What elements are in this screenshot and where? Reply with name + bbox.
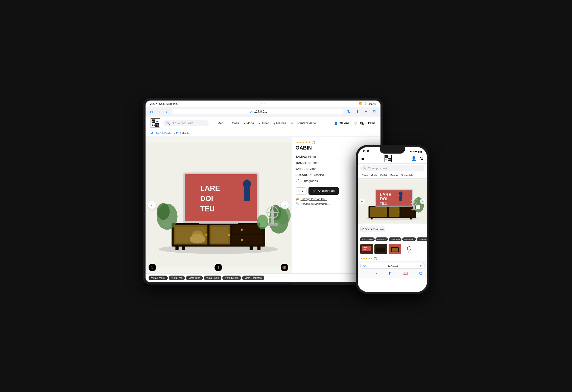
nav-outlet-label: Outlet bbox=[260, 121, 269, 125]
iphone-tab-tras[interactable]: Vista Trás bbox=[375, 237, 388, 241]
share-button[interactable]: ⬆ bbox=[354, 109, 360, 115]
iphone-cat-casa[interactable]: Casa bbox=[360, 174, 369, 177]
svg-rect-15 bbox=[250, 246, 253, 250]
aa-label: AA bbox=[249, 110, 252, 113]
user-greeting[interactable]: 👤 Olá Ana! bbox=[334, 121, 350, 125]
view-tab-tras[interactable]: Vista Trás bbox=[169, 276, 185, 280]
product-image-area: LARE DOI TEU bbox=[146, 137, 291, 273]
iphone-menu-button[interactable]: ☰ bbox=[361, 156, 365, 160]
svg-point-12 bbox=[228, 234, 230, 236]
iphone-search-bar[interactable]: 🔍 O que procura? bbox=[360, 165, 424, 171]
qty-value: 1 bbox=[298, 189, 300, 193]
assembly-icon: 🔧 bbox=[296, 202, 299, 205]
iphone-forward-button[interactable]: › bbox=[374, 271, 378, 276]
svg-point-65 bbox=[413, 201, 415, 203]
iphone-share-button[interactable]: ⬆ bbox=[387, 270, 393, 276]
menu-icon: ☰ bbox=[214, 121, 217, 125]
iphone-tab-baixo[interactable]: Vista Baixo bbox=[402, 237, 416, 241]
breadcrumb-moveis-tv[interactable]: Móveis de TV bbox=[162, 132, 179, 135]
nav-item-sustentabilidade[interactable]: ✈ Sustentabilidade bbox=[289, 120, 318, 126]
ipad-status-bar: 22:27 Seg. 23 de jan. • • • 📶 🔋 100% bbox=[146, 101, 380, 107]
ar-button[interactable]: ⬡ Ver na Sua Sala bbox=[360, 226, 385, 232]
sidebar-toggle-button[interactable]: ⊡ bbox=[149, 109, 155, 115]
iphone-logo-cell-2: RE bbox=[388, 155, 391, 158]
iphone-logo[interactable]: LA RE DO TEU bbox=[385, 155, 392, 162]
battery-icon: 🔋 bbox=[364, 102, 367, 105]
iphone-logo-cell-3: DO bbox=[385, 158, 388, 161]
prev-image-button[interactable]: ← bbox=[148, 201, 156, 209]
iphone-thumb-2[interactable] bbox=[374, 244, 387, 254]
view-tab-frontal[interactable]: Vista Frontal bbox=[149, 276, 168, 280]
svg-rect-14 bbox=[182, 246, 185, 250]
iphone-tab-frontal[interactable]: Vista Frontal bbox=[360, 237, 375, 241]
view-tab-esquerda[interactable]: Vista Esquerda bbox=[242, 276, 264, 280]
help-icon: ? bbox=[217, 265, 219, 270]
ipad-browser-chrome: ⊡ ‹ › AA 127.0.0.1 ↻ ⬆ + ⧉ bbox=[146, 107, 380, 116]
nav-item-casa[interactable]: ⌂ Casa bbox=[228, 120, 241, 126]
breadcrumb-mobilia[interactable]: Mobília bbox=[151, 132, 159, 135]
browser-actions: ↻ ⬆ + ⧉ bbox=[346, 109, 377, 115]
forward-button[interactable]: › bbox=[164, 109, 170, 115]
site-logo[interactable]: LA RE DO TEU bbox=[151, 118, 160, 128]
iphone-tab-direita[interactable]: Vista Direita bbox=[417, 237, 427, 241]
search-bar[interactable]: 🔍 O que procura? bbox=[163, 120, 209, 126]
iphone-thumb-1[interactable]: LAREDOI bbox=[360, 244, 373, 254]
iphone-cat-sustentabi[interactable]: Sustentabi... bbox=[400, 174, 417, 177]
marcas-icon: ◎ bbox=[273, 122, 275, 125]
iphone-cat-marcas[interactable]: Marcas bbox=[388, 174, 400, 177]
iphone-back-button[interactable]: ‹ bbox=[361, 271, 366, 276]
iphone-bag-icon[interactable]: 🛍 bbox=[419, 156, 423, 161]
nav-item-outlet[interactable]: ♦ Outlet bbox=[256, 120, 271, 126]
iphone-tab-topo[interactable]: Vista Topo bbox=[389, 237, 401, 241]
svg-rect-16 bbox=[257, 246, 260, 250]
nav-item-marcas[interactable]: ◎ Marcas bbox=[271, 120, 288, 126]
iphone-next-button[interactable]: → bbox=[420, 199, 425, 204]
dot1: • bbox=[261, 102, 262, 105]
iphone-product-viewer: LARE DOI TEU ← bbox=[358, 179, 427, 224]
svg-rect-6 bbox=[211, 227, 228, 243]
view-tab-topo[interactable]: Vista Topo bbox=[186, 276, 203, 280]
nav-item-moda[interactable]: ✦ Moda bbox=[242, 120, 256, 126]
iphone-user-icon[interactable]: 👤 bbox=[411, 156, 416, 161]
svg-point-38 bbox=[257, 215, 268, 229]
iphone-device: 22:31 ▾▾ ●●● ▮▮▮ ☰ LA RE DO TEU 👤 bbox=[356, 145, 429, 294]
iphone-refresh-icon[interactable]: ↻ bbox=[420, 264, 422, 267]
next-image-button[interactable]: → bbox=[281, 201, 289, 209]
add-to-cart-button[interactable]: 🛒 Adicionar ao bbox=[308, 187, 339, 195]
iphone-tabs-button[interactable]: ⧉ bbox=[418, 271, 423, 276]
iphone-browser-bar: AA 127.0.0.1 ↻ ‹ › ⬆ 📖 ⧉ bbox=[358, 261, 427, 278]
iphone-prev-button[interactable]: ← bbox=[359, 199, 365, 204]
status-time: 22:27 bbox=[150, 102, 157, 105]
quantity-selector[interactable]: 1 ∨ bbox=[296, 187, 306, 195]
tabs-button[interactable]: ⧉ bbox=[371, 109, 377, 115]
iphone-url-bar[interactable]: AA 127.0.0.1 ↻ bbox=[360, 263, 424, 269]
wishlist-icon[interactable]: ♡ bbox=[353, 121, 357, 126]
back-button[interactable]: ‹ bbox=[156, 109, 162, 115]
help-button[interactable]: ? bbox=[215, 264, 222, 271]
view-tab-direita[interactable]: Vista Direita bbox=[222, 276, 241, 280]
cart-label: 3 Items bbox=[366, 121, 375, 125]
iphone-cat-outlet[interactable]: Outlet bbox=[378, 174, 388, 177]
iphone-browser-nav: ‹ › ⬆ 📖 ⧉ bbox=[360, 269, 424, 277]
view-tab-baixo[interactable]: Vista Baixo bbox=[204, 276, 222, 280]
iphone-cat-moda[interactable]: Moda bbox=[369, 174, 378, 177]
iphone-thumb-3[interactable] bbox=[389, 244, 401, 254]
outlet-icon: ♦ bbox=[258, 122, 260, 125]
iphone-rating-count: (3) bbox=[374, 257, 377, 260]
ar-bear-button[interactable]: 🐻 bbox=[281, 264, 288, 271]
menu-button[interactable]: ☰ Menu bbox=[212, 120, 227, 126]
iphone-aa-label: AA bbox=[363, 264, 366, 267]
new-tab-button[interactable]: + bbox=[363, 109, 369, 115]
refresh-button[interactable]: ↻ bbox=[346, 109, 352, 115]
cart-button[interactable]: 🛍 3 Items bbox=[360, 121, 375, 126]
iphone-categories: Casa Moda Outlet Marcas Sustentabi... bbox=[358, 173, 427, 179]
svg-rect-8 bbox=[232, 235, 263, 244]
moda-icon: ✦ bbox=[244, 122, 246, 125]
breadcrumb: Mobília \ Móveis de TV \ Gabin bbox=[146, 130, 380, 137]
night-mode-button[interactable]: ☾ bbox=[149, 264, 156, 271]
address-bar[interactable]: AA 127.0.0.1 bbox=[172, 109, 344, 114]
iphone-bookmarks-button[interactable]: 📖 bbox=[401, 270, 409, 276]
svg-rect-73 bbox=[376, 248, 385, 252]
iphone-3d-button[interactable]: ⬡ 3D bbox=[403, 244, 415, 254]
nav-sustentabilidade-label: Sustentabilidade bbox=[294, 121, 316, 125]
